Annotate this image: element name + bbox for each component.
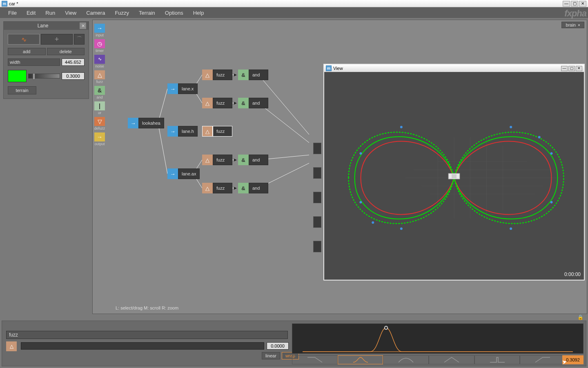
palette-label: input [96, 33, 104, 37]
palette-or[interactable]: |or [92, 101, 107, 115]
palette-output[interactable]: →output [92, 132, 107, 146]
curve-editor[interactable] [292, 323, 584, 354]
svg-point-33 [372, 221, 374, 224]
and-icon: & [238, 183, 249, 193]
add-button[interactable]: add [8, 48, 46, 55]
view-minimize-button[interactable]: — [561, 66, 568, 71]
menu-options[interactable]: Options [160, 8, 188, 18]
palette-timer[interactable]: ◷timer [92, 38, 107, 53]
svg-point-27 [400, 227, 403, 230]
node-label: and [249, 183, 268, 193]
svg-point-29 [510, 227, 512, 230]
node-and-2[interactable]: & and [238, 97, 268, 109]
node-fuzz-1[interactable]: △ fuzz [202, 69, 232, 81]
lane-curve-tool[interactable]: ∿ [8, 34, 40, 45]
node-laneh[interactable]: → lane.h [167, 126, 198, 137]
curve-tab-ramp-down[interactable] [292, 355, 338, 364]
node-label: lane.h [178, 126, 198, 137]
node-name-input[interactable]: fuzz [6, 331, 288, 339]
maximize-button[interactable]: ▢ [571, 1, 578, 7]
or-icon: | [94, 101, 105, 110]
palette-label: or [98, 111, 101, 115]
viewport-3d[interactable]: 0:00:00 [324, 72, 584, 280]
fuzz-icon: △ [202, 155, 213, 165]
fuzz-icon: △ [202, 126, 213, 137]
node-and-4[interactable]: & and [238, 182, 268, 194]
palette-fuzz[interactable]: △fuzz [92, 70, 107, 84]
view-titlebar[interactable]: m View — ▢ ✕ [324, 65, 584, 72]
view-window[interactable]: m View — ▢ ✕ [323, 64, 585, 280]
terrain-button[interactable]: terrain [8, 86, 36, 94]
output-icon: → [94, 132, 105, 141]
color-slider[interactable] [28, 74, 60, 79]
input-icon: → [94, 24, 105, 33]
node-fuzz-2[interactable]: △ fuzz [202, 97, 232, 109]
node-and-3[interactable]: & and [238, 154, 268, 166]
menu-camera[interactable]: Camera [81, 8, 110, 18]
svg-point-28 [510, 126, 512, 128]
delete-button[interactable]: delete [47, 48, 85, 55]
lane-panel: Lane ✕ ∿ + ⌒ add delete width 445.652 0.… [3, 21, 89, 99]
palette-and[interactable]: &and [92, 85, 107, 100]
app-icon: m [326, 65, 332, 71]
arrow-icon: ▸ [233, 72, 237, 76]
obscured-node[interactable] [313, 241, 321, 252]
curve-tab-bell[interactable] [338, 355, 383, 364]
lock-icon[interactable]: 🔒 [577, 314, 584, 320]
palette-label: output [94, 142, 105, 146]
menu-view[interactable]: View [60, 8, 81, 18]
color-swatch[interactable] [8, 70, 27, 82]
obscured-node[interactable] [313, 167, 321, 179]
close-button[interactable]: ✕ [579, 1, 586, 7]
obscured-node[interactable] [313, 216, 321, 228]
fuzz-icon: △ [6, 341, 17, 351]
panel-close-button[interactable]: ✕ [80, 22, 86, 29]
menu-help[interactable]: Help [188, 8, 209, 18]
node-label: fuzz [213, 183, 232, 193]
node-laneax[interactable]: → lane.ax [167, 168, 200, 180]
menu-file[interactable]: File [3, 8, 22, 18]
node-palette: →input ◷timer ∿noise △fuzz &and |or ▽def… [92, 23, 107, 146]
lane-bridge-tool[interactable]: ⌒ [74, 34, 85, 45]
svg-point-31 [550, 201, 553, 204]
curve-tab-triangle[interactable] [429, 355, 474, 364]
input-icon: → [167, 83, 178, 94]
input-icon: → [167, 168, 178, 179]
node-label: fuzz [213, 126, 232, 137]
curve-tab-ramp-up[interactable] [520, 355, 566, 364]
view-close-button[interactable]: ✕ [576, 66, 582, 71]
menu-run[interactable]: Run [40, 8, 60, 18]
minimize-button[interactable]: — [563, 1, 570, 7]
menu-fuzzy[interactable]: Fuzzy [110, 8, 134, 18]
menu-edit[interactable]: Edit [22, 8, 40, 18]
palette-input[interactable]: →input [92, 23, 107, 38]
palette-defuzz[interactable]: ▽defuzz [92, 116, 107, 131]
menu-terrain[interactable]: Terrain [134, 8, 160, 18]
palette-label: noise [95, 64, 104, 68]
linear-button[interactable]: linear [262, 352, 280, 359]
obscured-node[interactable] [313, 143, 321, 154]
palette-noise[interactable]: ∿noise [92, 54, 107, 69]
node-fuzz-4[interactable]: △ fuzz [202, 182, 232, 194]
curve-tab-step[interactable] [474, 355, 520, 364]
fuzz-slider[interactable] [21, 342, 264, 350]
watermark-logo: fxpha [564, 8, 586, 19]
node-lanex[interactable]: → lane.x [167, 83, 198, 94]
and-icon: & [238, 98, 249, 108]
fuzz-icon: △ [94, 70, 105, 79]
node-fuzz-selected[interactable]: △ fuzz [202, 126, 232, 137]
lane-add-tool[interactable]: + [41, 34, 73, 45]
width-value[interactable]: 445.652 [62, 58, 85, 66]
svg-line-1 [158, 123, 167, 174]
node-fuzz-3[interactable]: △ fuzz [202, 154, 232, 166]
node-and-1[interactable]: & and [238, 69, 268, 81]
curve-tab-gauss[interactable] [383, 355, 429, 364]
color-value[interactable]: 0.3000 [62, 72, 85, 80]
view-maximize-button[interactable]: ▢ [568, 66, 575, 71]
fuzz-slider-value[interactable]: 0.0000 [267, 342, 289, 350]
obscured-node[interactable] [313, 192, 321, 203]
curve-output-value[interactable]: 0.3092 [562, 355, 584, 364]
node-label: fuzz [213, 155, 232, 165]
node-lookahead[interactable]: → lookahea [128, 117, 164, 129]
arrow-icon: ▸ [233, 101, 237, 105]
